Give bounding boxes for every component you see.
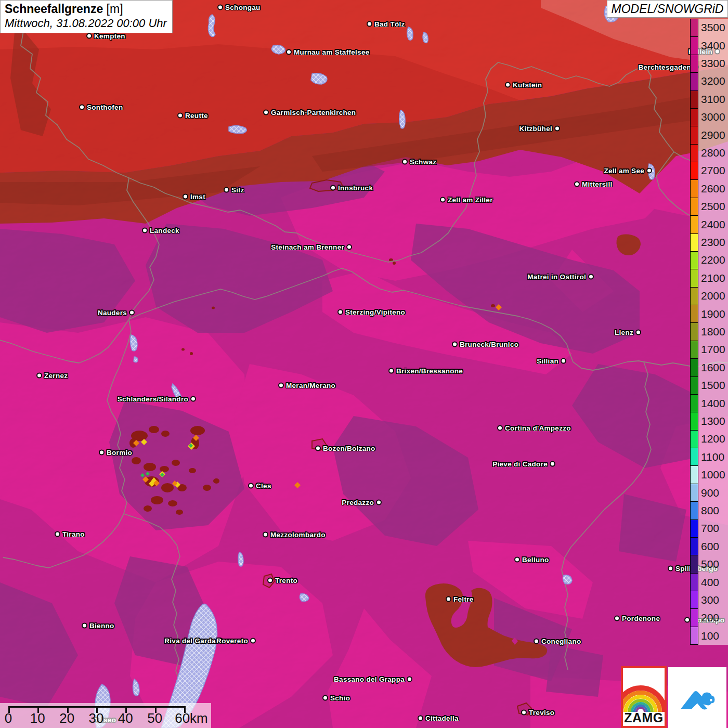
city-marker: Pieve di Cadore bbox=[492, 460, 555, 468]
colorbar-tick-label: 2500 bbox=[701, 200, 725, 213]
city-label: Lienz bbox=[615, 329, 633, 336]
colorbar-segment bbox=[691, 412, 698, 430]
city-label: Predazzo bbox=[342, 499, 374, 506]
city-marker: Innsbruck bbox=[330, 184, 373, 192]
colorbar-tick-label: 1100 bbox=[701, 451, 724, 463]
map-title-text: Schneefallgrenze bbox=[5, 2, 103, 16]
colorbar-segment bbox=[691, 484, 698, 502]
city-label: Pordenone bbox=[622, 615, 660, 622]
city-dot-icon bbox=[250, 638, 256, 644]
city-marker: Zell am See bbox=[604, 167, 652, 175]
city-dot-icon bbox=[322, 695, 328, 701]
city-marker: Brixen/Bressanone bbox=[388, 367, 463, 375]
colorbar-tick-label: 3500 bbox=[701, 21, 725, 34]
city-marker: Kitzbühel bbox=[519, 125, 560, 133]
city-marker: Mittersill bbox=[574, 180, 613, 188]
city-dot-icon bbox=[550, 461, 555, 467]
city-dot-icon bbox=[99, 450, 105, 456]
city-label: Bad Tölz bbox=[374, 20, 405, 28]
colorbar-tick-label: 3400 bbox=[701, 40, 725, 52]
scalebar-tick-label: 60km bbox=[175, 710, 208, 726]
city-label: Kitzbühel bbox=[519, 125, 552, 133]
colorbar-segment bbox=[691, 395, 698, 412]
colorbar-segment bbox=[691, 377, 698, 395]
city-dot-icon bbox=[337, 309, 343, 315]
city-dot-icon bbox=[534, 639, 539, 644]
colorbar-tick-label: 1700 bbox=[701, 343, 725, 356]
city-label: Zernez bbox=[44, 372, 68, 380]
city-dot-icon bbox=[614, 616, 620, 621]
city-dot-icon bbox=[263, 110, 269, 115]
scalebar-tick-label: 50 bbox=[147, 710, 162, 726]
city-marker: Cles bbox=[248, 482, 271, 490]
city-marker: Cittadella bbox=[418, 714, 459, 722]
colorbar-segment bbox=[691, 609, 698, 627]
city-marker: Zell am Ziller bbox=[440, 196, 493, 204]
colorbar-segment bbox=[691, 323, 698, 341]
city-dot-icon bbox=[217, 5, 223, 10]
city-marker: Zernez bbox=[36, 372, 68, 380]
city-label: Pieve di Cadore bbox=[492, 460, 548, 468]
city-marker: Schio bbox=[322, 694, 350, 702]
city-dot-icon bbox=[407, 677, 412, 682]
city-labels-layer: SchongauBad TölzKemptenMurnau am Staffel… bbox=[0, 0, 728, 728]
colorbar-segment bbox=[691, 109, 698, 126]
colorbar-tick-label: 2000 bbox=[701, 290, 725, 302]
city-marker: Bruneck/Brunico bbox=[452, 341, 518, 348]
city-marker: Sillian bbox=[537, 357, 566, 365]
city-label: Cittadella bbox=[425, 714, 459, 722]
city-label: Zell am See bbox=[604, 167, 644, 175]
city-marker: Landeck bbox=[142, 227, 179, 235]
city-marker: Silz bbox=[224, 186, 244, 194]
colorbar-segment bbox=[691, 126, 698, 144]
colorbar-segment bbox=[691, 466, 698, 484]
city-dot-icon bbox=[129, 310, 135, 316]
city-marker: Cortina d'Ampezzo bbox=[497, 424, 571, 432]
city-dot-icon bbox=[497, 425, 503, 431]
city-dot-icon bbox=[286, 49, 292, 55]
city-label: Treviso bbox=[529, 709, 554, 717]
colorbar-segment bbox=[691, 359, 698, 376]
city-dot-icon bbox=[55, 531, 60, 537]
city-label: Garmisch-Partenkirchen bbox=[271, 109, 356, 116]
city-marker: Reutte bbox=[177, 112, 208, 120]
city-marker: Sonthofen bbox=[79, 103, 123, 111]
colorbar-tick-label: 2200 bbox=[701, 254, 725, 266]
city-marker: Imst bbox=[183, 193, 205, 201]
city-label: Schongau bbox=[225, 4, 261, 11]
model-label: MODEL/SNOWGRiD bbox=[612, 2, 724, 16]
colorbar-tick-label: 1600 bbox=[701, 361, 725, 374]
colorbar-tick-label: 3100 bbox=[701, 93, 725, 106]
colorbar-tick-label: 1300 bbox=[701, 415, 725, 427]
city-label: Brixen/Bressanone bbox=[396, 367, 463, 375]
model-label-box: MODEL/SNOWGRiD bbox=[607, 0, 728, 18]
city-label: Rovereto bbox=[216, 637, 248, 645]
city-label: Silz bbox=[231, 186, 244, 194]
colorbar-segment bbox=[691, 73, 698, 90]
colorbar-tick-label: 2900 bbox=[701, 129, 725, 141]
map-title: Schneefallgrenze [m] bbox=[5, 2, 167, 16]
city-label: Tirano bbox=[62, 530, 85, 538]
city-marker: Trento bbox=[267, 577, 297, 584]
scalebar-tick-label: 10 bbox=[30, 710, 45, 726]
colorbar-segment bbox=[691, 216, 698, 233]
city-label: Trento bbox=[275, 577, 297, 584]
colorbar-tick-label: 3300 bbox=[701, 57, 725, 70]
colorbar-segment bbox=[691, 198, 698, 216]
city-marker: Nauders bbox=[98, 309, 135, 317]
colorbar-tick-label: 2800 bbox=[701, 147, 725, 159]
city-dot-icon bbox=[263, 532, 268, 538]
city-marker: Predazzo bbox=[342, 499, 382, 506]
city-label: Imst bbox=[190, 193, 205, 201]
city-marker: Bienno bbox=[82, 622, 114, 630]
city-label: Innsbruck bbox=[338, 184, 373, 192]
colorbar-segment bbox=[691, 341, 698, 359]
city-label: Bruneck/Brunico bbox=[460, 341, 518, 348]
colorbar-tick-label: 1500 bbox=[701, 379, 725, 392]
city-dot-icon bbox=[190, 396, 196, 402]
colorbar-segment bbox=[691, 288, 698, 305]
colorbar-segment bbox=[691, 234, 698, 252]
scalebar-tick-label: 30 bbox=[89, 710, 104, 726]
colorbar-segment bbox=[691, 269, 698, 287]
city-label: Sillian bbox=[537, 357, 558, 365]
